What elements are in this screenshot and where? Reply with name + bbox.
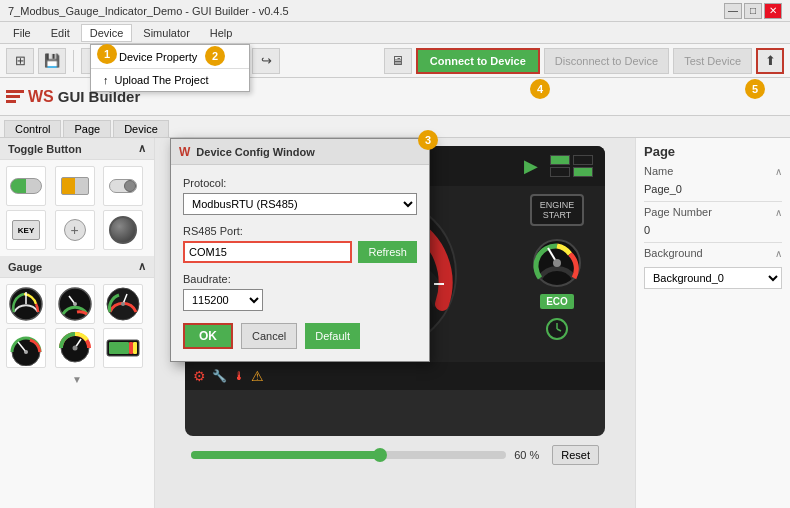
page-number-label: Page Number xyxy=(644,206,712,218)
name-row: Name ∧ xyxy=(644,165,782,177)
left-sidebar: Toggle Button ∧ KEY + xyxy=(0,138,155,508)
badge-4: 4 xyxy=(530,79,550,99)
right-dial xyxy=(532,238,582,290)
widget-knob[interactable] xyxy=(103,210,143,250)
logo-stripes xyxy=(6,90,24,103)
indicator-lights xyxy=(550,155,593,177)
ok-button[interactable]: OK xyxy=(183,323,233,349)
stripe-1 xyxy=(6,90,24,93)
light-row-2 xyxy=(550,167,593,177)
oil-warning-icon: 🔧 xyxy=(212,369,227,383)
zoom-slider-thumb[interactable] xyxy=(373,448,387,462)
badge-3: 3 xyxy=(418,130,438,150)
knob-icon xyxy=(109,216,137,244)
widget-gauge-2[interactable] xyxy=(55,284,95,324)
port-input-row: Refresh xyxy=(183,241,417,263)
dash-right-panel: ENGINE START ECO xyxy=(517,194,597,354)
name-caret: ∧ xyxy=(775,166,782,177)
toggle-slider-thumb xyxy=(124,180,136,192)
clock-icon xyxy=(545,317,569,343)
slider-bar: 60 % Reset xyxy=(185,440,605,470)
toggle-slider-icon xyxy=(109,179,137,193)
window-title: 7_Modbus_Gauge_Indicator_Demo - GUI Buil… xyxy=(8,5,724,17)
right-sidebar: Page Name ∧ Page_0 Page Number ∧ 0 Backg… xyxy=(635,138,790,508)
close-button[interactable]: ✕ xyxy=(764,3,782,19)
widget-toggle-orange[interactable] xyxy=(55,166,95,206)
background-row: Background ∧ xyxy=(644,247,782,259)
key-icon: KEY xyxy=(12,220,40,240)
tab-device[interactable]: Device xyxy=(113,120,169,137)
widget-toggle-pill[interactable] xyxy=(6,166,46,206)
engine-start-button[interactable]: ENGINE START xyxy=(530,194,585,226)
name-value: Page_0 xyxy=(644,183,682,195)
light-1 xyxy=(550,155,570,165)
upload-icon: ↑ xyxy=(103,74,109,86)
disconnect-from-device-button[interactable]: Disconnect to Device xyxy=(544,48,669,74)
title-bar: 7_Modbus_Gauge_Indicator_Demo - GUI Buil… xyxy=(0,0,790,22)
badge-5: 5 xyxy=(745,79,765,99)
menu-edit[interactable]: Edit xyxy=(42,24,79,42)
gauge-3-icon xyxy=(105,286,141,322)
stripe-3 xyxy=(6,100,16,103)
port-input[interactable] xyxy=(183,241,352,263)
temp-warning-icon: 🌡 xyxy=(233,369,245,383)
background-dropdown[interactable]: Background_0 xyxy=(644,267,782,289)
toolbar-save[interactable]: 💾 xyxy=(38,48,66,74)
menu-help[interactable]: Help xyxy=(201,24,242,42)
light-3 xyxy=(550,167,570,177)
gauge-section: Gauge ∧ xyxy=(0,256,154,278)
cancel-button[interactable]: Cancel xyxy=(241,323,297,349)
rs485-port-field: RS485 Port: Refresh xyxy=(183,225,417,263)
dropdown-upload-project[interactable]: ↑ Upload The Project xyxy=(91,68,249,91)
gauge-4-icon xyxy=(8,330,44,366)
menu-file[interactable]: File xyxy=(4,24,40,42)
name-label: Name xyxy=(644,165,673,177)
toolbar-upload[interactable]: ⬆ xyxy=(756,48,784,74)
protocol-select[interactable]: ModbusRTU (RS485) xyxy=(183,193,417,215)
toggle-orange-icon xyxy=(61,177,89,195)
svg-rect-17 xyxy=(133,342,137,354)
menu-bar: File Edit Device Simulator Help 1 xyxy=(0,22,790,44)
toggle-section-caret: ∧ xyxy=(138,142,146,155)
toolbar-monitor[interactable]: 🖥 xyxy=(384,48,412,74)
reset-button[interactable]: Reset xyxy=(552,445,599,465)
light-row-1 xyxy=(550,155,593,165)
menu-simulator[interactable]: Simulator xyxy=(134,24,198,42)
person-warning-icon: ⚠ xyxy=(251,368,264,384)
baudrate-select[interactable]: 115200 xyxy=(183,289,263,311)
config-title: Device Config Window xyxy=(196,146,314,158)
name-value-row: Page_0 xyxy=(644,183,782,195)
toolbar-new[interactable]: ⊞ xyxy=(6,48,34,74)
toggle-pill-icon xyxy=(10,178,42,194)
page-number-value: 0 xyxy=(644,224,650,236)
default-button[interactable]: Default xyxy=(305,323,360,349)
widget-gauge-6[interactable] xyxy=(103,328,143,368)
widget-plus[interactable]: + xyxy=(55,210,95,250)
zoom-percent: 60 % xyxy=(514,449,544,461)
zoom-slider-track[interactable] xyxy=(191,451,506,459)
refresh-button[interactable]: Refresh xyxy=(358,241,417,263)
widget-gauge-3[interactable] xyxy=(103,284,143,324)
toolbar-redo[interactable]: ↪ xyxy=(252,48,280,74)
background-caret: ∧ xyxy=(775,248,782,259)
widget-toggle-slider[interactable] xyxy=(103,166,143,206)
menu-device[interactable]: Device xyxy=(81,24,133,42)
test-device-button[interactable]: Test Device xyxy=(673,48,752,74)
svg-rect-15 xyxy=(109,342,129,354)
widget-gauge-5[interactable] xyxy=(55,328,95,368)
badge-2: 2 xyxy=(205,46,225,66)
connect-to-device-button[interactable]: Connect to Device xyxy=(416,48,540,74)
tab-page[interactable]: Page xyxy=(63,120,111,137)
widget-gauge-1[interactable] xyxy=(6,284,46,324)
gauge-1-icon xyxy=(8,286,44,322)
maximize-button[interactable]: □ xyxy=(744,3,762,19)
tab-control[interactable]: Control xyxy=(4,120,61,137)
rs485-port-label: RS485 Port: xyxy=(183,225,417,237)
widget-gauge-4[interactable] xyxy=(6,328,46,368)
minimize-button[interactable]: — xyxy=(724,3,742,19)
baudrate-field: Baudrate: 115200 xyxy=(183,273,417,311)
widget-key[interactable]: KEY xyxy=(6,210,46,250)
config-titlebar: W Device Config Window xyxy=(171,139,429,165)
page-number-row: Page Number ∧ xyxy=(644,206,782,218)
toggle-button-section: Toggle Button ∧ xyxy=(0,138,154,160)
